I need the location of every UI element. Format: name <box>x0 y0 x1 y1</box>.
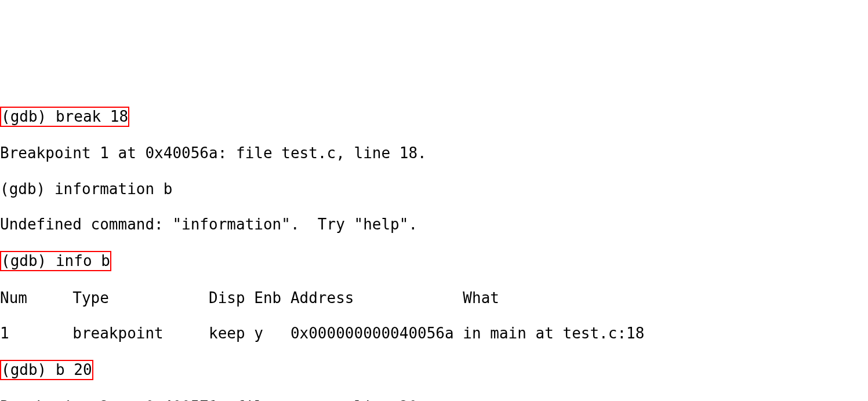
gdb-terminal[interactable]: (gdb) break 18 Breakpoint 1 at 0x40056a:… <box>0 89 868 401</box>
gdb-command-b-20: (gdb) b 20 <box>0 360 93 380</box>
gdb-output: Undefined command: "information". Try "h… <box>0 216 868 234</box>
breakpoint-table-header: Num Type Disp Enb Address What <box>0 289 868 307</box>
breakpoint-table-row: 1 breakpoint keep y 0x000000000040056a i… <box>0 325 868 342</box>
gdb-command-break-18: (gdb) break 18 <box>0 107 129 127</box>
gdb-command-info-b: (gdb) info b <box>0 251 111 271</box>
gdb-output: Breakpoint 1 at 0x40056a: file test.c, l… <box>0 144 868 162</box>
gdb-output: Breakpoint 2 at 0x400571: file test.c, l… <box>0 398 868 401</box>
gdb-command-information-b: (gdb) information b <box>0 180 868 198</box>
